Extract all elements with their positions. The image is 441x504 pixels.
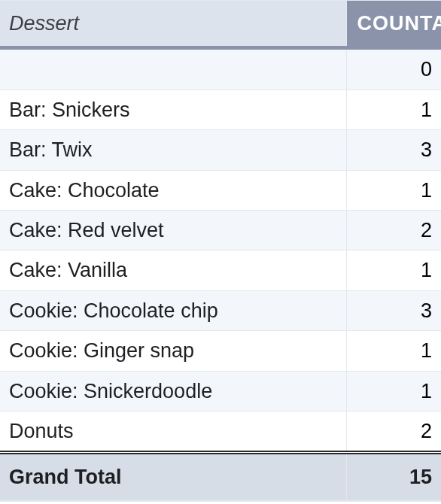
table-row[interactable]: Donuts 2 <box>0 411 441 452</box>
pivot-body: 0 Bar: Snickers 1 Bar: Twix 3 Cake: Choc… <box>0 48 441 453</box>
pivot-header-row: Dessert COUNTA <box>0 1 441 48</box>
cell-count[interactable]: 2 <box>346 411 441 452</box>
column-header-dessert[interactable]: Dessert <box>0 1 346 48</box>
table-row[interactable]: Cake: Vanilla 1 <box>0 250 441 290</box>
cell-dessert[interactable]: Cake: Vanilla <box>0 250 346 290</box>
pivot-table: Dessert COUNTA 0 Bar: Snickers 1 Bar: Tw… <box>0 0 441 502</box>
cell-dessert[interactable]: Bar: Snickers <box>0 90 346 129</box>
table-row[interactable]: Cookie: Snickerdoodle 1 <box>0 371 441 411</box>
cell-dessert[interactable]: Cookie: Snickerdoodle <box>0 371 346 411</box>
cell-dessert[interactable]: Bar: Twix <box>0 130 346 170</box>
table-row[interactable]: Bar: Twix 3 <box>0 130 441 170</box>
cell-count[interactable]: 1 <box>346 90 441 129</box>
table-row[interactable]: Cake: Red velvet 2 <box>0 210 441 250</box>
table-row[interactable]: Bar: Snickers 1 <box>0 90 441 129</box>
grand-total-label: Grand Total <box>0 453 346 501</box>
table-row[interactable]: Cookie: Ginger snap 1 <box>0 331 441 371</box>
cell-count[interactable]: 1 <box>346 250 441 290</box>
cell-dessert[interactable] <box>0 48 346 90</box>
cell-dessert[interactable]: Cake: Red velvet <box>0 210 346 250</box>
table-row[interactable]: Cake: Chocolate 1 <box>0 170 441 210</box>
cell-count[interactable]: 1 <box>346 331 441 371</box>
cell-count[interactable]: 2 <box>346 210 441 250</box>
column-header-count[interactable]: COUNTA <box>346 1 441 48</box>
cell-count[interactable]: 1 <box>346 371 441 411</box>
cell-count[interactable]: 0 <box>346 48 441 90</box>
grand-total-row[interactable]: Grand Total 15 <box>0 453 441 501</box>
cell-count[interactable]: 3 <box>346 290 441 330</box>
cell-count[interactable]: 1 <box>346 170 441 210</box>
table-row[interactable]: 0 <box>0 48 441 90</box>
grand-total-value: 15 <box>346 453 441 501</box>
table-row[interactable]: Cookie: Chocolate chip 3 <box>0 290 441 330</box>
cell-dessert[interactable]: Cake: Chocolate <box>0 170 346 210</box>
cell-dessert[interactable]: Cookie: Chocolate chip <box>0 290 346 330</box>
cell-dessert[interactable]: Cookie: Ginger snap <box>0 331 346 371</box>
cell-dessert[interactable]: Donuts <box>0 411 346 452</box>
cell-count[interactable]: 3 <box>346 130 441 170</box>
